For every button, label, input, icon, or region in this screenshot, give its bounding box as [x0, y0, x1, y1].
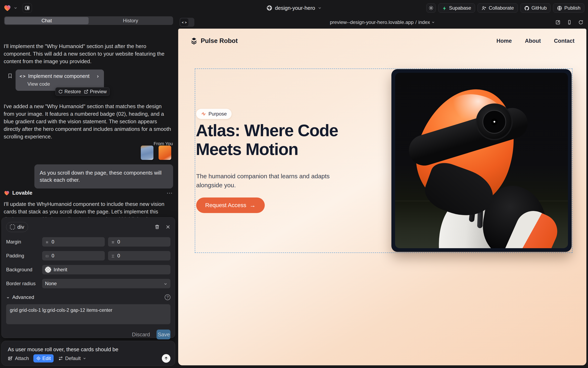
- close-inspector-button[interactable]: [166, 224, 171, 229]
- request-access-button[interactable]: Request Access →: [196, 197, 265, 213]
- chevron-right-icon: [96, 73, 100, 79]
- hero-robot-card: [391, 69, 572, 252]
- border-radius-label: Border radius: [6, 281, 39, 286]
- margin-y-icon: [111, 239, 115, 245]
- settings-button[interactable]: [426, 3, 436, 13]
- transparency-checker-icon: [45, 267, 51, 273]
- margin-x-icon: [45, 239, 49, 245]
- preview-page: index: [418, 19, 430, 25]
- border-radius-select[interactable]: None: [42, 279, 171, 288]
- element-tag: div: [17, 224, 24, 230]
- open-in-new-tab-button[interactable]: [555, 20, 560, 25]
- attach-button[interactable]: Attach: [8, 356, 29, 361]
- agent-name: Lovable: [12, 190, 32, 196]
- assistant-message: I've added a new "Why Humanoid" section …: [4, 103, 172, 140]
- lovable-heart-logo-icon[interactable]: [3, 4, 11, 12]
- user-plus-icon: [481, 5, 487, 11]
- supabase-button[interactable]: Supabase: [438, 3, 475, 13]
- lovable-heart-avatar: [4, 190, 10, 196]
- robot-eye-lens: [476, 103, 513, 140]
- send-button[interactable]: [162, 354, 171, 363]
- tab-history[interactable]: History: [89, 17, 172, 24]
- mode-select[interactable]: Default: [58, 356, 86, 361]
- component-card-title: Implement new component: [28, 73, 89, 79]
- selected-element-chip[interactable]: div: [6, 222, 28, 232]
- edit-mode-button[interactable]: Edit: [33, 354, 54, 362]
- help-icon[interactable]: ?: [165, 294, 171, 300]
- collaborate-button[interactable]: Collaborate: [477, 3, 518, 13]
- purpose-badge: Purpose: [196, 109, 232, 119]
- delete-element-button[interactable]: [154, 224, 160, 230]
- save-button[interactable]: Save: [157, 330, 171, 339]
- robot-illustration: [395, 73, 568, 248]
- nav-link-about[interactable]: About: [525, 38, 541, 44]
- app-window: design-your-hero Supabase Collaborate: [0, 0, 588, 368]
- supabase-bolt-icon: [442, 5, 447, 11]
- background-input[interactable]: Inherit: [42, 265, 171, 274]
- restore-button[interactable]: Restore: [58, 89, 81, 94]
- github-icon: [524, 5, 530, 11]
- message-menu-button[interactable]: ⋯: [167, 189, 173, 196]
- github-button[interactable]: GitHub: [520, 3, 551, 13]
- padding-label: Padding: [6, 253, 39, 259]
- site-logo[interactable]: Pulse Robot: [190, 37, 238, 45]
- refresh-button[interactable]: [578, 20, 584, 25]
- advanced-section-toggle[interactable]: Advanced ?: [6, 294, 171, 300]
- card-hover-toolbar: Restore Preview: [55, 87, 110, 96]
- margin-x-input[interactable]: 0: [42, 237, 105, 247]
- margin-label: Margin: [6, 239, 39, 245]
- composer-draft-text[interactable]: As user mouse roll over, these cards sho…: [8, 346, 169, 353]
- project-globe-icon: [266, 5, 273, 11]
- attachment-thumbnail-blue[interactable]: [141, 146, 153, 160]
- bookmark-icon[interactable]: [7, 73, 13, 79]
- discard-button[interactable]: Discard: [131, 331, 151, 338]
- hero-heading: Atlas: Where Code Meets Motion: [196, 121, 338, 159]
- chat-composer[interactable]: As user mouse roll over, these cards sho…: [1, 341, 175, 366]
- arrow-right-icon: →: [250, 202, 256, 209]
- padding-y-icon: [111, 253, 115, 259]
- chevron-down-icon: [163, 281, 168, 286]
- dashed-element-icon: [10, 224, 15, 229]
- site-preview: Pulse Robot Home About Contact Purpose A…: [178, 29, 586, 365]
- element-inspector-panel: div Margin 0: [1, 217, 175, 338]
- chevron-down-icon: [83, 357, 86, 360]
- panel-tabs: Chat History: [4, 16, 173, 25]
- chevron-down-icon: [318, 6, 322, 10]
- preview-url[interactable]: preview--design-your-hero.lovable.app / …: [330, 16, 435, 29]
- padding-x-icon: [45, 253, 49, 259]
- background-label: Background: [6, 267, 39, 273]
- nav-link-home[interactable]: Home: [497, 38, 512, 44]
- preview-button[interactable]: Preview: [84, 89, 107, 94]
- publish-button[interactable]: Publish: [553, 3, 584, 13]
- code-icon: < >: [180, 18, 189, 26]
- project-switcher[interactable]: design-your-hero: [266, 0, 322, 16]
- preview-host: preview--design-your-hero.lovable.app: [330, 19, 414, 25]
- sidebar-toggle-button[interactable]: [22, 3, 32, 13]
- margin-y-input[interactable]: 0: [108, 237, 171, 247]
- view-code-link[interactable]: View code: [28, 81, 100, 87]
- chevron-down-icon[interactable]: [13, 6, 18, 10]
- project-name: design-your-hero: [275, 5, 315, 11]
- nav-link-contact[interactable]: Contact: [554, 38, 575, 44]
- publish-globe-icon: [557, 5, 562, 11]
- assistant-message: I'll implement the "Why Humanoid" sectio…: [4, 43, 171, 65]
- chevron-down-icon: [6, 294, 10, 300]
- pulse-icon: [201, 111, 206, 116]
- code-view-toggle[interactable]: < >: [180, 18, 194, 27]
- code-icon: < >: [20, 74, 25, 79]
- hero-subheading: The humanoid companion that learns and a…: [196, 172, 331, 190]
- tab-chat[interactable]: Chat: [5, 17, 89, 24]
- attachment-thumbnail-orange[interactable]: [159, 146, 171, 160]
- top-bar: design-your-hero Supabase Collaborate: [0, 0, 588, 16]
- padding-y-input[interactable]: 0: [108, 251, 171, 260]
- padding-x-input[interactable]: 0: [42, 251, 105, 260]
- mobile-view-button[interactable]: [567, 20, 572, 25]
- preview-toolbar: < > preview--design-your-hero.lovable.ap…: [177, 16, 588, 29]
- user-message-bubble: As you scroll down the page, these compo…: [34, 164, 173, 188]
- chevron-down-icon: [431, 20, 435, 24]
- agent-header: Lovable ⋯: [4, 189, 173, 196]
- advanced-classes-textarea[interactable]: grid grid-cols-1 lg:grid-cols-2 gap-12 i…: [6, 304, 171, 324]
